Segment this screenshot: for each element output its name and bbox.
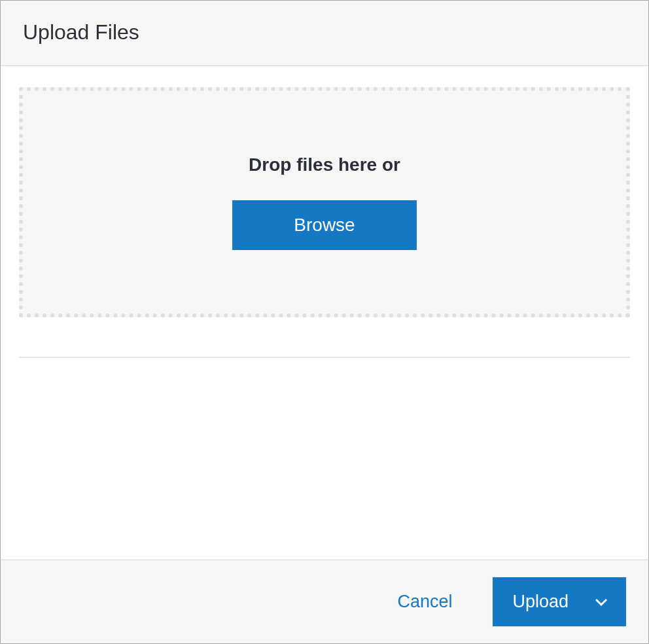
file-dropzone[interactable]: Drop files here or Browse	[19, 87, 630, 317]
browse-button[interactable]: Browse	[232, 200, 416, 250]
cancel-button[interactable]: Cancel	[397, 592, 452, 612]
divider	[19, 357, 630, 358]
upload-button[interactable]: Upload	[493, 577, 626, 626]
dialog-footer: Cancel Upload	[1, 560, 648, 643]
dialog-header: Upload Files	[1, 1, 648, 66]
chevron-down-icon	[593, 594, 609, 610]
dialog-title: Upload Files	[23, 20, 626, 45]
dialog-body: Drop files here or Browse	[1, 66, 648, 560]
upload-button-label: Upload	[512, 592, 569, 612]
upload-dialog: Upload Files Drop files here or Browse C…	[0, 0, 649, 644]
dropzone-instruction: Drop files here or	[249, 154, 400, 175]
